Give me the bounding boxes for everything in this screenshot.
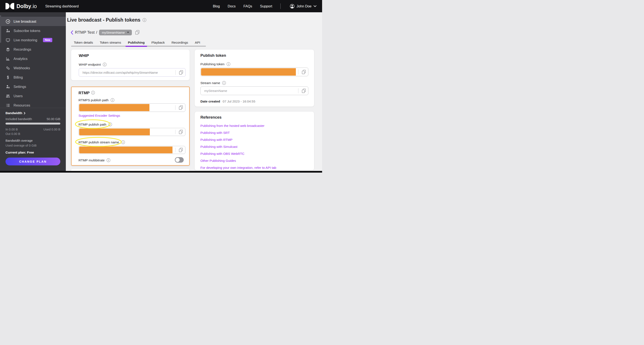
resources-icon: [6, 103, 10, 108]
suggested-encoder-settings-link[interactable]: Suggested Encoder Settings: [78, 114, 120, 118]
reference-link-rtmp[interactable]: Publishing with RTMP: [200, 136, 310, 143]
reference-link-srt[interactable]: Publishing with SRT: [200, 129, 310, 136]
info-icon[interactable]: [108, 122, 112, 126]
publish-token-card: Publish token Publishing token Stream na: [195, 50, 314, 107]
nav-link-docs[interactable]: Docs: [228, 4, 236, 8]
sidebar-item-analytics[interactable]: Analytics: [0, 54, 66, 63]
stream-name-dropdown-label: myStreamName: [102, 31, 125, 34]
stream-name-dropdown[interactable]: myStreamName: [99, 30, 132, 35]
rtmp-publish-stream-name-label: RTMP publish stream name: [78, 140, 119, 144]
broadcast-icon: [6, 19, 10, 24]
sidebar-item-billing[interactable]: Billing: [0, 73, 66, 82]
streaming-dashboard-app: Dolby.io Streaming dashboard Blog Docs F…: [0, 0, 322, 173]
copy-icon[interactable]: [179, 70, 183, 75]
rtmps-publish-path-label: RTMPS publish path: [78, 98, 108, 102]
publishing-token-label: Publishing token: [200, 62, 224, 66]
page-title: Live broadcast - Publish tokens: [67, 17, 140, 23]
copy-icon[interactable]: [302, 70, 306, 74]
tab-token-streams[interactable]: Token streams: [97, 39, 124, 46]
sidebar-nav: Live broadcast Subscribe tokens Live mon…: [0, 17, 66, 110]
bandwidth-panel: Bandwidth Included bandwidth 50.00 GiB I…: [0, 108, 66, 165]
sidebar-item-webhooks[interactable]: Webhooks: [0, 63, 66, 73]
rtmps-publish-path-input[interactable]: [78, 103, 186, 112]
rtmp-publish-stream-name-input[interactable]: [78, 146, 186, 154]
copy-icon[interactable]: [178, 130, 183, 135]
included-bandwidth-value: 50.00 GiB: [47, 117, 60, 121]
info-icon[interactable]: [110, 98, 114, 102]
rtmp-publish-path-input[interactable]: [78, 128, 186, 136]
settings-icon: [6, 84, 10, 89]
info-icon[interactable]: [226, 62, 230, 66]
tab-recordings[interactable]: Recordings: [169, 39, 190, 46]
info-icon[interactable]: [121, 140, 125, 144]
sidebar-item-label: Recordings: [14, 48, 31, 52]
publishing-token-input[interactable]: [200, 68, 308, 76]
included-bandwidth-label: Included bandwidth: [6, 117, 32, 121]
tab-api[interactable]: API: [192, 39, 202, 46]
live-monitoring-icon: [6, 38, 10, 43]
topbar-divider: [280, 4, 281, 9]
reference-link-hosted-web-broadcaster[interactable]: Publishing from the hosted web broadcast…: [200, 122, 310, 129]
sidebar-item-live-broadcast[interactable]: Live broadcast: [0, 17, 66, 26]
redacted-value: [79, 147, 172, 153]
stream-name-label: Stream name: [200, 81, 220, 85]
brand-light: .io: [31, 3, 36, 9]
redacted-value: [79, 104, 150, 111]
toggle-knob: [176, 158, 180, 162]
info-icon[interactable]: [222, 81, 226, 85]
brand-logo: Dolby.io: [16, 4, 37, 9]
copy-icon[interactable]: [302, 88, 306, 93]
stream-name-input[interactable]: myStreamName: [200, 86, 308, 95]
sidebar-item-label: Webhooks: [14, 66, 30, 70]
analytics-icon: [6, 56, 10, 61]
stream-name-value: myStreamName: [201, 89, 227, 93]
info-icon[interactable]: [103, 63, 107, 67]
sidebar-item-subscribe-tokens[interactable]: Subscribe tokens: [0, 26, 66, 35]
top-nav: Blog Docs FAQs Support John Doe: [213, 4, 316, 9]
sidebar-item-label: Live broadcast: [14, 20, 36, 24]
subscribe-tokens-icon: [6, 28, 10, 33]
recordings-icon: [6, 47, 10, 52]
copy-icon[interactable]: [178, 148, 183, 153]
nav-link-support[interactable]: Support: [260, 4, 272, 8]
reference-link-api-tab[interactable]: For developing your own integration, ref…: [200, 164, 310, 170]
info-icon[interactable]: [106, 158, 110, 162]
billing-icon: [6, 75, 10, 80]
bandwidth-title[interactable]: Bandwidth: [6, 111, 60, 115]
change-plan-button[interactable]: CHANGE PLAN: [6, 158, 60, 165]
bandwidth-overage-detail: Used overage of 0 GiB: [6, 144, 60, 147]
bandwidth-overage-title: Bandwidth overage: [6, 139, 60, 142]
chevron-down-icon: [314, 5, 316, 7]
publish-token-card-title: Publish token: [200, 53, 226, 58]
rtmp-multibitrate-toggle[interactable]: [175, 157, 184, 163]
info-icon[interactable]: [142, 18, 146, 22]
input-divider: [175, 130, 176, 134]
info-icon[interactable]: [91, 91, 95, 95]
sidebar-item-label: Analytics: [14, 57, 28, 61]
breadcrumb-token-name[interactable]: RTMP Test: [75, 30, 94, 35]
sidebar-item-live-monitoring[interactable]: Live monitoring New: [0, 35, 66, 45]
references-card-title: References: [200, 115, 222, 120]
tab-publishing[interactable]: Publishing: [126, 39, 147, 46]
bandwidth-in-value: In 0.00 B: [6, 128, 18, 131]
input-divider: [175, 105, 176, 110]
tab-token-details[interactable]: Token details: [72, 39, 95, 46]
nav-link-blog[interactable]: Blog: [213, 4, 220, 8]
sidebar-item-settings[interactable]: Settings: [0, 82, 66, 91]
copy-icon[interactable]: [135, 30, 140, 35]
reference-link-other-guides[interactable]: Other Publishing Guides: [200, 157, 310, 164]
user-menu[interactable]: John Doe: [290, 4, 316, 9]
sidebar-item-label: Settings: [14, 85, 26, 89]
reference-link-simulcast[interactable]: Publishing with Simulcast: [200, 143, 310, 150]
tab-playback[interactable]: Playback: [149, 39, 167, 46]
nav-link-faqs[interactable]: FAQs: [244, 4, 252, 8]
reference-link-obs-webrtc[interactable]: Publishing with OBS WebRTC: [200, 150, 310, 157]
input-divider: [175, 148, 176, 152]
whip-endpoint-input[interactable]: https://director.millicast.com/api/whip/…: [79, 68, 186, 77]
sidebar-item-users[interactable]: Users: [0, 91, 66, 101]
rtmp-card: RTMP RTMPS publish path: [71, 87, 190, 166]
current-plan-label: Current plan: Free: [6, 151, 60, 154]
copy-icon[interactable]: [178, 105, 183, 110]
sidebar-item-recordings[interactable]: Recordings: [0, 45, 66, 54]
back-chevron-icon[interactable]: [70, 30, 73, 35]
